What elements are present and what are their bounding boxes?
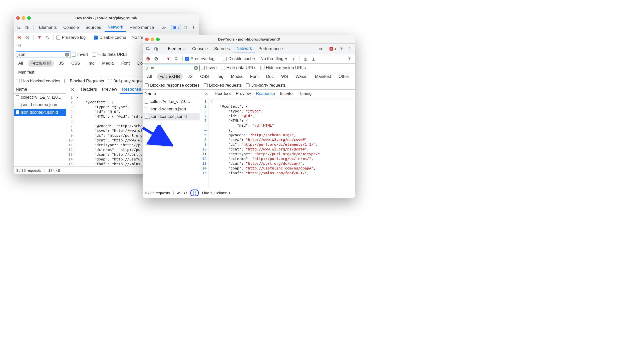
type-filter-font[interactable]: Font [248,73,261,80]
preserve-log-checkbox[interactable]: Preserve log [185,56,214,61]
type-filter-all[interactable]: All [145,73,154,80]
pretty-print-icon[interactable]: { } [190,190,198,196]
type-filter-fetchxhr[interactable]: Fetch/XHR [157,73,183,80]
tab-sources[interactable]: Sources [211,45,233,53]
type-filter-other[interactable]: Other [336,73,352,80]
clear-filter-icon[interactable]: ✕ [65,53,69,57]
zoom-window-icon[interactable] [27,16,31,20]
tab-sources[interactable]: Sources [82,24,104,32]
request-row[interactable]: jsonld-schema.json [143,105,200,113]
hide-data-urls-checkbox[interactable]: Hide data URLs [92,52,128,57]
hide-extension-urls-checkbox[interactable]: Hide extension URLs [260,65,306,70]
tab-network[interactable]: Network [233,45,255,53]
close-detail-icon[interactable]: ✕ [68,86,77,94]
list-header-name[interactable]: Name [14,85,66,94]
tab-elements[interactable]: Elements [165,45,189,53]
type-filter-all[interactable]: All [16,60,26,67]
type-filter-manifest[interactable]: Manifest [312,73,334,80]
close-window-icon[interactable] [16,16,20,20]
type-filter-css[interactable]: CSS [69,60,83,67]
tab-performance[interactable]: Performance [255,45,286,53]
tab-console[interactable]: Console [60,24,82,32]
type-filter-fetchxhr[interactable]: Fetch/XHR [28,60,54,67]
invert-checkbox[interactable]: Invert [201,65,217,70]
type-filter-ws[interactable]: WS [279,73,290,80]
detail-tab-response[interactable]: Response [120,85,144,94]
detail-tab-headers[interactable]: Headers [78,85,99,94]
type-filter-wasm[interactable]: Wasm [293,73,310,80]
filter-input[interactable]: json ✕ [145,65,200,71]
settings-gear-icon[interactable] [182,24,189,31]
request-row[interactable]: jsonldcontext.jsonld [14,109,66,116]
clear-icon[interactable] [153,55,160,62]
third-party-checkbox[interactable]: 3rd-party requests [246,83,286,88]
clear-icon[interactable] [24,34,31,41]
filter-funnel-icon[interactable] [36,34,43,41]
filter-funnel-icon[interactable] [165,55,172,62]
code-content[interactable]: { "@context": { "type": "@type", "id": "… [209,98,355,188]
type-filter-css[interactable]: CSS [198,73,211,80]
download-har-icon[interactable] [310,55,317,62]
request-row[interactable]: collect?v=1&_v=j10... [143,98,200,105]
type-filter-media[interactable]: Media [100,60,116,67]
wifi-icon[interactable] [290,55,297,62]
type-filter-img[interactable]: Img [85,60,97,67]
disable-cache-checkbox[interactable]: Disable cache [94,35,126,40]
hide-data-urls-checkbox[interactable]: Hide data URLs [221,65,256,70]
type-filter-img[interactable]: Img [214,73,226,80]
blocked-cookies-checkbox[interactable]: Blocked response cookies [145,83,200,88]
throttling-select[interactable]: No throttling▾ [259,56,289,62]
search-icon[interactable] [44,34,51,41]
detail-tab-headers[interactable]: Headers [212,90,233,98]
record-icon[interactable] [145,55,152,62]
kebab-menu-icon[interactable] [346,45,353,52]
blocked-requests-checkbox[interactable]: Blocked requests [204,83,242,88]
detail-tab-initiator[interactable]: Initiator [277,90,296,98]
type-filter-manifest[interactable]: Manifest [16,69,37,76]
tab-elements[interactable]: Elements [36,24,60,32]
filter-input[interactable]: json ✕ [16,51,71,58]
inspect-icon[interactable] [16,24,23,31]
network-settings-gear-icon[interactable] [16,42,23,49]
minimize-window-icon[interactable] [151,38,154,41]
detail-tab-preview[interactable]: Preview [233,90,253,98]
device-toggle-icon[interactable] [24,24,31,31]
inspect-icon[interactable] [145,45,152,52]
more-tabs-chevron-icon[interactable]: ≫ [162,25,166,30]
errors-badge[interactable]: ✕ 3 [328,47,337,51]
list-header-name[interactable]: Name [143,90,200,98]
upload-har-icon[interactable] [302,55,309,62]
device-toggle-icon[interactable] [153,45,160,52]
record-icon[interactable] [16,34,23,41]
type-filter-media[interactable]: Media [228,73,245,80]
preserve-log-checkbox[interactable]: Preserve log [56,35,86,40]
kebab-menu-icon[interactable] [190,24,197,31]
zoom-window-icon[interactable] [156,38,160,41]
blocked-cookies-checkbox[interactable]: Has blocked cookies [16,79,60,84]
tab-performance[interactable]: Performance [127,24,157,32]
search-icon[interactable] [173,55,180,62]
invert-checkbox[interactable]: Invert [72,52,88,57]
close-detail-icon[interactable]: ✕ [202,90,211,98]
detail-tab-response[interactable]: Response [253,90,278,98]
settings-gear-icon[interactable] [338,45,345,52]
type-filter-doc[interactable]: Doc [264,73,276,80]
tab-network[interactable]: Network [105,23,126,32]
network-settings-gear-icon[interactable] [346,55,353,62]
request-row[interactable]: jsonld-schema.json [14,101,66,109]
blocked-requests-checkbox[interactable]: Blocked Requests [64,79,104,84]
close-window-icon[interactable] [145,38,149,41]
tab-console[interactable]: Console [189,45,211,53]
third-party-checkbox[interactable]: 3rd-party requests [108,79,148,84]
type-filter-js[interactable]: JS [56,60,66,67]
clear-filter-icon[interactable]: ✕ [194,66,198,70]
type-filter-js[interactable]: JS [185,73,195,80]
request-row[interactable]: collect?v=1&_v=j10... [14,94,66,101]
detail-tab-timing[interactable]: Timing [296,90,314,98]
more-tabs-chevron-icon[interactable]: ≫ [318,46,323,52]
minimize-window-icon[interactable] [22,16,25,20]
detail-tab-preview[interactable]: Preview [99,85,119,94]
request-row[interactable]: jsonldcontext.jsonld [143,113,200,120]
issues-badge[interactable]: 1 [171,25,181,30]
disable-cache-checkbox[interactable]: Disable cache [223,56,255,61]
